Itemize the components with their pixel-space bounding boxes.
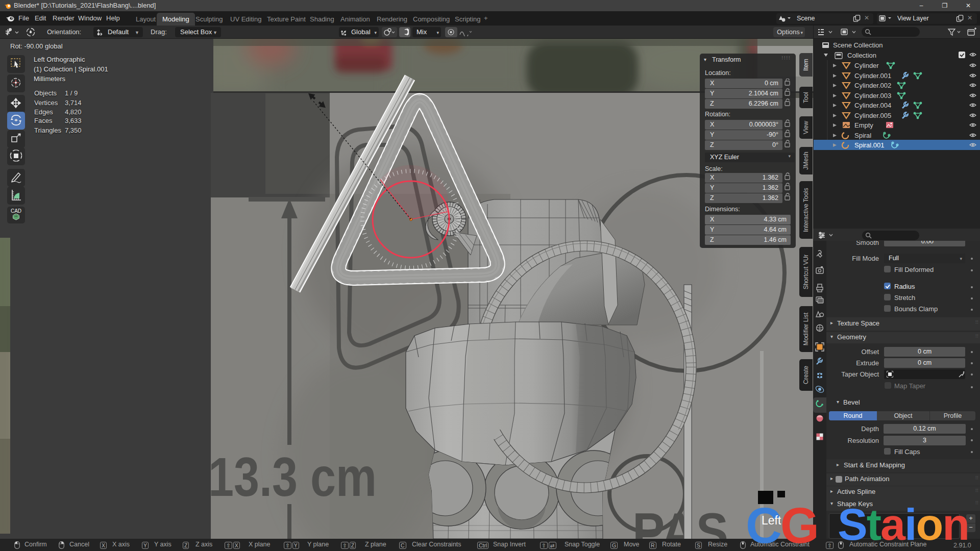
svg-text:Cylinder.005: Cylinder.005 — [854, 112, 891, 119]
svg-text:Cylinder.004: Cylinder.004 — [854, 102, 891, 109]
svg-text:Empty: Empty — [854, 121, 873, 129]
svg-text:Cylinder: Cylinder — [854, 62, 879, 69]
svg-text:Scene Collection: Scene Collection — [833, 41, 883, 49]
svg-text:Spiral.001: Spiral.001 — [854, 141, 885, 149]
svg-text:13.3 cm: 13.3 cm — [208, 446, 377, 508]
svg-text:CAD: CAD — [11, 208, 21, 214]
svg-text:Cylinder.003: Cylinder.003 — [854, 92, 891, 99]
svg-text:Spiral: Spiral — [854, 132, 871, 139]
svg-text:Cylinder.001: Cylinder.001 — [854, 72, 891, 80]
svg-text:Cylinder.002: Cylinder.002 — [854, 82, 891, 89]
svg-text:PAS: PAS — [632, 503, 728, 539]
svg-text:Collection: Collection — [847, 52, 876, 59]
